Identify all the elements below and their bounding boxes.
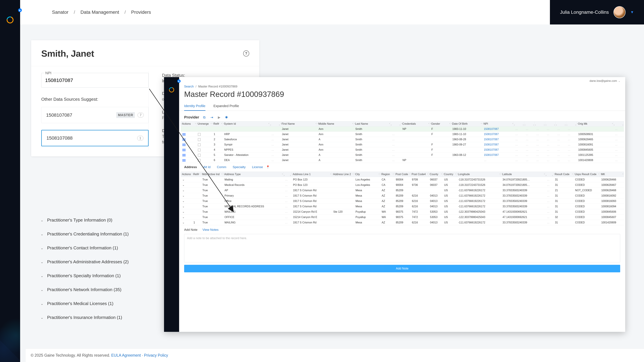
eula-link[interactable]: EULA Agreement [111,353,141,358]
column-header[interactable]: ‹Actions› [180,172,192,177]
column-header[interactable]: ‹Address Line 1› [291,172,332,177]
filter-icon[interactable]: ⧉ [202,115,206,119]
column-header[interactable]: ‹› [283,172,291,177]
checkbox[interactable] [198,159,200,162]
table-row[interactable]: 6DEA…JanetASmith…NP…………………1001420808… [180,158,624,163]
column-header[interactable]: ‹MK› [600,172,624,177]
table-row[interactable]: ⌄1TrueMAILING…1917 S Crismon RdMesaAZ852… [180,220,624,225]
column-header[interactable]: ‹NPI› [482,121,514,126]
column-header[interactable]: ‹Latitude› [501,172,545,177]
row-menu-icon[interactable] [182,149,186,151]
row-menu-icon[interactable] [182,144,186,146]
add-note-button[interactable]: Add Note [184,265,620,272]
expand-icon[interactable]: ⌄ [182,189,184,192]
sidebar-expand-toggle[interactable]: ▶ [18,8,22,12]
breadcrumb-item[interactable]: Data Management [80,9,119,15]
detail-user-menu[interactable]: dane.low@gaine.com⌄ [179,77,625,85]
column-header[interactable]: ‹Orig Mk› [576,121,613,126]
play-icon[interactable]: ▶ [217,115,221,119]
column-header[interactable]: ‹Usps Result Code› [574,172,600,177]
column-header[interactable]: ‹System Id› [222,121,270,126]
tab-identity-profile[interactable]: Identity Profile [184,102,206,111]
tab-expanded-profile[interactable]: Expanded Profile [214,102,239,111]
column-header[interactable]: ‹› [535,121,545,126]
expand-icon[interactable]: ⌄ [182,194,184,197]
breadcrumb-item[interactable]: Providers [131,9,151,15]
note-textarea[interactable]: Add a note to be attached to the record … [184,234,620,263]
user-menu[interactable]: Julia Longname-Collins ▼ [550,0,644,24]
expand-icon[interactable]: ⌄ [182,210,184,213]
column-header[interactable]: ‹› [270,121,280,126]
subtab-license[interactable]: License [252,165,263,170]
column-header[interactable]: ‹› [524,121,535,126]
table-row[interactable]: ⌄TrueOFFICE…15214 Canyon Rd EPuyallupWA9… [180,215,624,220]
column-header[interactable]: ‹Middle Name› [317,121,354,126]
expand-icon[interactable]: ⌄ [182,184,184,186]
column-header[interactable]: ‹Region› [380,172,394,177]
table-row[interactable]: ⌄TrueMAILING…15214 Canyon Rd ESte 120Puy… [180,209,624,215]
table-row[interactable]: ⌄TrueOffice…1917 S Crismon RdMesaAZ85209… [180,198,624,204]
privacy-link[interactable]: Privacy Policy [144,353,168,358]
column-header[interactable]: ‹Ref#› [212,121,222,126]
column-header[interactable]: ‹› [566,121,576,126]
column-header[interactable]: ‹First Name› [280,121,317,126]
breadcrumb-item[interactable]: Sanator [52,9,68,15]
column-header[interactable]: ‹Country› [442,172,456,177]
gear-icon[interactable]: ✱ [224,115,228,119]
pin-icon[interactable]: 📍 [266,165,270,170]
table-row[interactable]: ⌄TrueMailing…PO Box 123Los AngelesCA9000… [180,177,624,182]
column-header[interactable]: ‹City› [354,172,380,177]
column-header[interactable]: ‹› [390,121,401,126]
column-header[interactable]: ‹Gender› [430,121,451,126]
row-menu-icon[interactable] [182,159,186,162]
npi-input[interactable] [41,73,148,88]
checkbox[interactable] [198,133,200,136]
table-row[interactable]: JanetAnnSmithNPF1983-11-101508107087…………… [180,126,624,132]
column-header[interactable]: ‹› [556,121,566,126]
checkbox[interactable] [198,154,200,157]
column-header[interactable]: ‹› [613,121,624,126]
subtab-specialty[interactable]: Specialty [232,165,246,170]
table-row[interactable]: 3Sympir…JanetAnnSmith…F1983-09-271508107… [180,142,624,147]
subtab-altid[interactable]: Alt Id [203,165,210,170]
column-header[interactable]: ‹Longitude› [456,172,501,177]
column-header[interactable]: ‹Result Code› [553,172,574,177]
row-menu-icon[interactable] [182,154,186,156]
column-header[interactable]: ‹› [514,121,524,126]
subtab-address[interactable]: Address [184,165,197,170]
table-row[interactable]: 2Salesforce…JanetASmith…1963-08-28150810… [180,137,624,142]
checkbox[interactable] [198,138,200,141]
detail-sidebar-toggle[interactable]: ▶ [177,79,180,83]
column-header[interactable]: ‹Post Code4› [410,172,428,177]
table-row[interactable]: 4NPPES…JanetAnnSmith…F1508107087………………10… [180,147,624,152]
checkbox[interactable] [198,143,200,146]
column-header[interactable]: ‹Credentials› [401,121,430,126]
table-row[interactable]: 1HRP…JanetAnnSmith…F1983-11-101508107087… [180,132,624,137]
expand-icon[interactable]: ⌄ [182,205,184,208]
column-header[interactable]: ‹Unmerge› [196,121,212,126]
merge-icon[interactable]: ⇥ [210,115,214,119]
expand-icon[interactable]: ⌄ [182,216,184,219]
npi-suggestion[interactable]: 1508107087 MASTER 7 [41,107,148,123]
column-header[interactable]: ‹Actions› [180,121,196,126]
checkbox[interactable] [198,149,200,151]
row-menu-icon[interactable] [182,133,186,136]
view-notes-link[interactable]: View Notes [202,228,218,232]
column-header[interactable]: ‹Address Type› [223,172,283,177]
subtab-comm[interactable]: Comm [217,165,226,170]
expand-icon[interactable]: ⌄ [182,178,184,181]
row-menu-icon[interactable] [182,138,186,141]
column-header[interactable]: ‹› [545,121,556,126]
column-header[interactable]: ‹Date Of Birth› [451,121,482,126]
column-header[interactable]: ‹County› [428,172,442,177]
column-header[interactable]: ‹› [545,172,553,177]
column-header[interactable]: ‹Address Line 2› [332,172,354,177]
expand-icon[interactable]: ⌄ [182,200,184,202]
column-header[interactable]: ‹Last Name› [354,121,390,126]
column-header[interactable]: ‹Mdx Active Ind› [201,172,223,177]
column-header[interactable]: ‹Post Code› [394,172,410,177]
expand-icon[interactable]: ⌄ [182,221,184,224]
npi-suggestion[interactable]: 1508107088 1 [41,130,148,146]
breadcrumb-search[interactable]: Search [184,85,194,88]
table-row[interactable]: ⌄TrueMEDICAL RECORDS ADDRESS…1917 S Cris… [180,204,624,209]
